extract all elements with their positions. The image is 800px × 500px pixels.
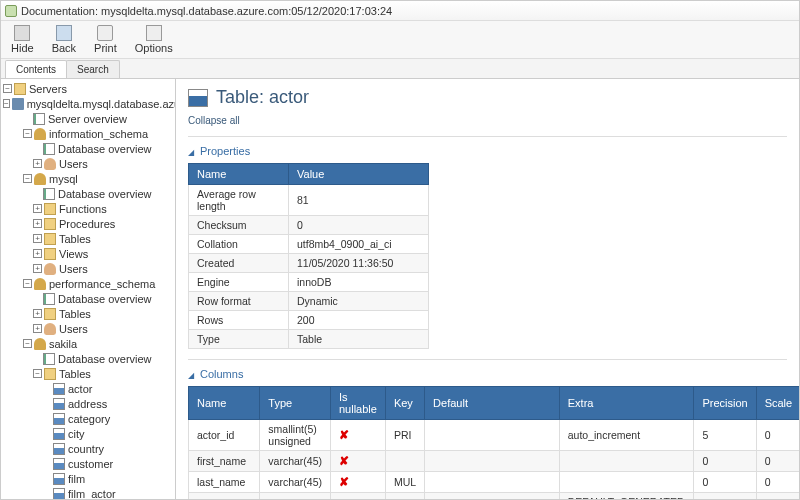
tree-server-overview[interactable]: Server overview (3, 111, 175, 126)
tree-table-actor[interactable]: actor (3, 381, 175, 396)
cell: actor_id (189, 420, 260, 451)
cell: 0 (694, 451, 756, 472)
table-row: Rows200 (189, 311, 429, 330)
cell: DEFAULT_GENERATED on update CURRENT_TIME… (559, 493, 694, 500)
col-name: Name (189, 387, 260, 420)
table-icon (53, 398, 65, 410)
tree-item[interactable]: +Tables (3, 306, 175, 321)
tree-item[interactable]: +Tables (3, 231, 175, 246)
cross-icon: ✘ (339, 454, 349, 468)
prop-name: Collation (189, 235, 289, 254)
tree-item[interactable]: +Views (3, 246, 175, 261)
tree-servers[interactable]: −Servers (3, 81, 175, 96)
table-row: actor_idsmallint(5) unsigned✘PRIauto_inc… (189, 420, 800, 451)
cell: smallint(5) unsigned (260, 420, 331, 451)
tree-table-item[interactable]: film_actor (3, 486, 175, 499)
cross-icon: ✘ (339, 475, 349, 489)
prop-name: Checksum (189, 216, 289, 235)
cell (559, 451, 694, 472)
tab-contents[interactable]: Contents (5, 60, 67, 78)
app-icon (5, 5, 17, 17)
cell: 0 (756, 451, 799, 472)
cell: CURRENT_TIMESTAMP (425, 493, 560, 500)
tree-table-item[interactable]: city (3, 426, 175, 441)
cell: last_update (189, 493, 260, 500)
columns-table: Name Type Is nullable Key Default Extra … (188, 386, 799, 499)
cell: timestamp (260, 493, 331, 500)
tree-item[interactable]: +Functions (3, 201, 175, 216)
tree-sakila[interactable]: −sakila (3, 336, 175, 351)
folder-icon (44, 233, 56, 245)
tree-item[interactable]: +Users (3, 321, 175, 336)
cell: 0 (756, 493, 799, 500)
tree-item[interactable]: +Users (3, 261, 175, 276)
app-window: Documentation: mysqldelta.mysql.database… (0, 0, 800, 500)
collapse-all-link[interactable]: Collapse all (188, 115, 240, 126)
tree-item[interactable]: +Procedures (3, 216, 175, 231)
database-icon (34, 338, 46, 350)
tree-sakila-tables[interactable]: −Tables (3, 366, 175, 381)
tree-server[interactable]: −mysqldelta.mysql.database.azure.com:330… (3, 96, 175, 111)
tree-table-item[interactable]: customer (3, 456, 175, 471)
back-button[interactable]: Back (48, 23, 80, 56)
tree-table-item[interactable]: country (3, 441, 175, 456)
col-type: Type (260, 387, 331, 420)
table-row: Collationutf8mb4_0900_ai_ci (189, 235, 429, 254)
tree-item[interactable]: Database overview (3, 291, 175, 306)
tree-panel[interactable]: −Servers −mysqldelta.mysql.database.azur… (1, 79, 176, 499)
options-icon (146, 25, 162, 41)
table-row: EngineinnoDB (189, 273, 429, 292)
folder-icon (44, 308, 56, 320)
print-button[interactable]: Print (90, 23, 121, 56)
tree-table-item[interactable]: address (3, 396, 175, 411)
print-icon (97, 25, 113, 41)
table-icon (53, 428, 65, 440)
tree-perf-schema[interactable]: −performance_schema (3, 276, 175, 291)
table-icon (53, 443, 65, 455)
cell: ✘ (330, 451, 385, 472)
prop-value: 81 (289, 185, 429, 216)
tree-table-item[interactable]: film (3, 471, 175, 486)
tree-item[interactable]: Database overview (3, 351, 175, 366)
page-icon (33, 113, 45, 125)
section-header-properties[interactable]: Properties (188, 143, 787, 159)
users-icon (44, 323, 56, 335)
section-header-columns[interactable]: Columns (188, 366, 787, 382)
cell (385, 451, 424, 472)
page-icon (43, 353, 55, 365)
tree-table-item[interactable]: category (3, 411, 175, 426)
col-default: Default (425, 387, 560, 420)
prop-value: 11/05/2020 11:36:50 (289, 254, 429, 273)
users-icon (44, 158, 56, 170)
cell: first_name (189, 451, 260, 472)
cell (559, 472, 694, 493)
table-icon (53, 488, 65, 500)
tree-item[interactable]: +Users (3, 156, 175, 171)
table-row: Checksum0 (189, 216, 429, 235)
cell: auto_increment (559, 420, 694, 451)
tree-info-schema[interactable]: −information_schema (3, 126, 175, 141)
prop-name: Rows (189, 311, 289, 330)
prop-name: Created (189, 254, 289, 273)
window-title: Documentation: mysqldelta.mysql.database… (21, 5, 392, 17)
prop-value: Table (289, 330, 429, 349)
cell: 5 (694, 420, 756, 451)
col-precision: Precision (694, 387, 756, 420)
section-columns: Columns Name Type Is nullable Key Defaul… (188, 359, 787, 499)
tree-item[interactable]: Database overview (3, 186, 175, 201)
tree-mysql[interactable]: −mysql (3, 171, 175, 186)
tab-search[interactable]: Search (66, 60, 120, 78)
prop-value: utf8mb4_0900_ai_ci (289, 235, 429, 254)
cell (425, 420, 560, 451)
options-button[interactable]: Options (131, 23, 177, 56)
tree-item[interactable]: Database overview (3, 141, 175, 156)
table-row: Created11/05/2020 11:36:50 (189, 254, 429, 273)
table-row: first_namevarchar(45)✘00 (189, 451, 800, 472)
col-nullable: Is nullable (330, 387, 385, 420)
page-icon (43, 293, 55, 305)
col-value: Value (289, 164, 429, 185)
hide-button[interactable]: Hide (7, 23, 38, 56)
col-name: Name (189, 164, 289, 185)
cell: 0 (756, 420, 799, 451)
cell (425, 472, 560, 493)
